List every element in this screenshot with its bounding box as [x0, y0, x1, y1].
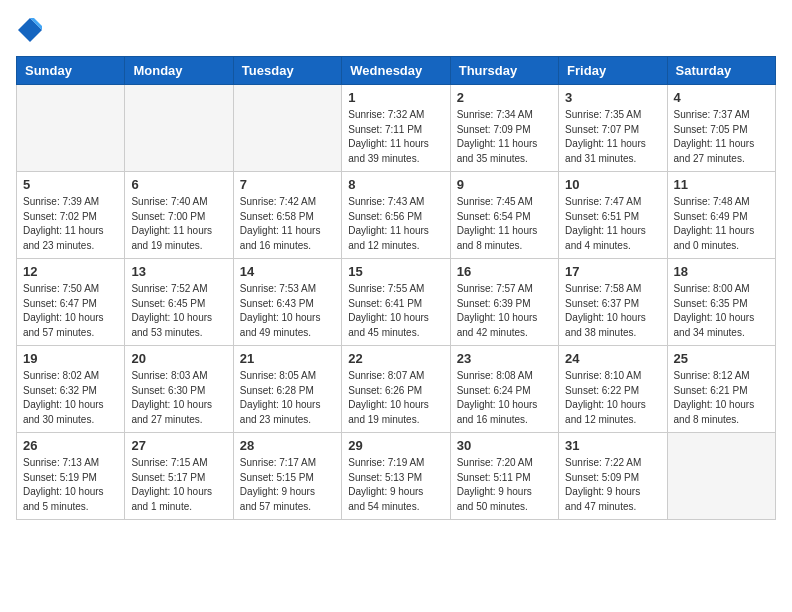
- day-number: 6: [131, 177, 226, 192]
- calendar-day-cell: 4Sunrise: 7:37 AM Sunset: 7:05 PM Daylig…: [667, 85, 775, 172]
- day-number: 28: [240, 438, 335, 453]
- weekday-header-cell: Tuesday: [233, 57, 341, 85]
- calendar-header-row: SundayMondayTuesdayWednesdayThursdayFrid…: [17, 57, 776, 85]
- day-info: Sunrise: 7:35 AM Sunset: 7:07 PM Dayligh…: [565, 108, 660, 166]
- day-info: Sunrise: 7:52 AM Sunset: 6:45 PM Dayligh…: [131, 282, 226, 340]
- day-number: 9: [457, 177, 552, 192]
- day-number: 11: [674, 177, 769, 192]
- day-info: Sunrise: 8:02 AM Sunset: 6:32 PM Dayligh…: [23, 369, 118, 427]
- day-info: Sunrise: 7:57 AM Sunset: 6:39 PM Dayligh…: [457, 282, 552, 340]
- day-number: 2: [457, 90, 552, 105]
- day-number: 30: [457, 438, 552, 453]
- weekday-header-cell: Sunday: [17, 57, 125, 85]
- calendar-week-row: 19Sunrise: 8:02 AM Sunset: 6:32 PM Dayli…: [17, 346, 776, 433]
- day-number: 16: [457, 264, 552, 279]
- day-info: Sunrise: 7:40 AM Sunset: 7:00 PM Dayligh…: [131, 195, 226, 253]
- day-info: Sunrise: 8:07 AM Sunset: 6:26 PM Dayligh…: [348, 369, 443, 427]
- day-info: Sunrise: 7:42 AM Sunset: 6:58 PM Dayligh…: [240, 195, 335, 253]
- calendar-body: 1Sunrise: 7:32 AM Sunset: 7:11 PM Daylig…: [17, 85, 776, 520]
- day-number: 26: [23, 438, 118, 453]
- day-info: Sunrise: 7:17 AM Sunset: 5:15 PM Dayligh…: [240, 456, 335, 514]
- calendar-day-cell: [667, 433, 775, 520]
- day-info: Sunrise: 7:48 AM Sunset: 6:49 PM Dayligh…: [674, 195, 769, 253]
- weekday-header-cell: Friday: [559, 57, 667, 85]
- day-info: Sunrise: 8:10 AM Sunset: 6:22 PM Dayligh…: [565, 369, 660, 427]
- day-number: 13: [131, 264, 226, 279]
- calendar-day-cell: 16Sunrise: 7:57 AM Sunset: 6:39 PM Dayli…: [450, 259, 558, 346]
- calendar-week-row: 12Sunrise: 7:50 AM Sunset: 6:47 PM Dayli…: [17, 259, 776, 346]
- calendar-day-cell: 21Sunrise: 8:05 AM Sunset: 6:28 PM Dayli…: [233, 346, 341, 433]
- day-info: Sunrise: 8:03 AM Sunset: 6:30 PM Dayligh…: [131, 369, 226, 427]
- calendar-day-cell: 5Sunrise: 7:39 AM Sunset: 7:02 PM Daylig…: [17, 172, 125, 259]
- day-info: Sunrise: 7:20 AM Sunset: 5:11 PM Dayligh…: [457, 456, 552, 514]
- page-header: [16, 16, 776, 44]
- calendar-day-cell: 18Sunrise: 8:00 AM Sunset: 6:35 PM Dayli…: [667, 259, 775, 346]
- day-number: 20: [131, 351, 226, 366]
- day-info: Sunrise: 7:55 AM Sunset: 6:41 PM Dayligh…: [348, 282, 443, 340]
- calendar-day-cell: 19Sunrise: 8:02 AM Sunset: 6:32 PM Dayli…: [17, 346, 125, 433]
- calendar-day-cell: 14Sunrise: 7:53 AM Sunset: 6:43 PM Dayli…: [233, 259, 341, 346]
- day-info: Sunrise: 8:05 AM Sunset: 6:28 PM Dayligh…: [240, 369, 335, 427]
- calendar-day-cell: 6Sunrise: 7:40 AM Sunset: 7:00 PM Daylig…: [125, 172, 233, 259]
- calendar-day-cell: 20Sunrise: 8:03 AM Sunset: 6:30 PM Dayli…: [125, 346, 233, 433]
- calendar-day-cell: 17Sunrise: 7:58 AM Sunset: 6:37 PM Dayli…: [559, 259, 667, 346]
- calendar-table: SundayMondayTuesdayWednesdayThursdayFrid…: [16, 56, 776, 520]
- day-number: 27: [131, 438, 226, 453]
- calendar-day-cell: 22Sunrise: 8:07 AM Sunset: 6:26 PM Dayli…: [342, 346, 450, 433]
- logo-icon: [16, 16, 44, 44]
- calendar-day-cell: 30Sunrise: 7:20 AM Sunset: 5:11 PM Dayli…: [450, 433, 558, 520]
- day-info: Sunrise: 7:22 AM Sunset: 5:09 PM Dayligh…: [565, 456, 660, 514]
- day-info: Sunrise: 8:00 AM Sunset: 6:35 PM Dayligh…: [674, 282, 769, 340]
- day-number: 29: [348, 438, 443, 453]
- day-number: 24: [565, 351, 660, 366]
- calendar-week-row: 5Sunrise: 7:39 AM Sunset: 7:02 PM Daylig…: [17, 172, 776, 259]
- calendar-day-cell: 3Sunrise: 7:35 AM Sunset: 7:07 PM Daylig…: [559, 85, 667, 172]
- svg-marker-0: [18, 18, 42, 42]
- day-info: Sunrise: 7:47 AM Sunset: 6:51 PM Dayligh…: [565, 195, 660, 253]
- calendar-day-cell: 10Sunrise: 7:47 AM Sunset: 6:51 PM Dayli…: [559, 172, 667, 259]
- calendar-day-cell: 28Sunrise: 7:17 AM Sunset: 5:15 PM Dayli…: [233, 433, 341, 520]
- day-number: 22: [348, 351, 443, 366]
- calendar-day-cell: 27Sunrise: 7:15 AM Sunset: 5:17 PM Dayli…: [125, 433, 233, 520]
- calendar-day-cell: 23Sunrise: 8:08 AM Sunset: 6:24 PM Dayli…: [450, 346, 558, 433]
- calendar-day-cell: 24Sunrise: 8:10 AM Sunset: 6:22 PM Dayli…: [559, 346, 667, 433]
- day-info: Sunrise: 7:45 AM Sunset: 6:54 PM Dayligh…: [457, 195, 552, 253]
- calendar-day-cell: 12Sunrise: 7:50 AM Sunset: 6:47 PM Dayli…: [17, 259, 125, 346]
- day-number: 5: [23, 177, 118, 192]
- calendar-day-cell: 26Sunrise: 7:13 AM Sunset: 5:19 PM Dayli…: [17, 433, 125, 520]
- calendar-day-cell: 8Sunrise: 7:43 AM Sunset: 6:56 PM Daylig…: [342, 172, 450, 259]
- day-number: 18: [674, 264, 769, 279]
- day-number: 31: [565, 438, 660, 453]
- weekday-header-cell: Monday: [125, 57, 233, 85]
- day-info: Sunrise: 7:39 AM Sunset: 7:02 PM Dayligh…: [23, 195, 118, 253]
- day-number: 23: [457, 351, 552, 366]
- day-info: Sunrise: 7:50 AM Sunset: 6:47 PM Dayligh…: [23, 282, 118, 340]
- day-info: Sunrise: 7:19 AM Sunset: 5:13 PM Dayligh…: [348, 456, 443, 514]
- weekday-header-cell: Wednesday: [342, 57, 450, 85]
- day-number: 14: [240, 264, 335, 279]
- day-info: Sunrise: 7:32 AM Sunset: 7:11 PM Dayligh…: [348, 108, 443, 166]
- calendar-day-cell: 9Sunrise: 7:45 AM Sunset: 6:54 PM Daylig…: [450, 172, 558, 259]
- calendar-day-cell: 11Sunrise: 7:48 AM Sunset: 6:49 PM Dayli…: [667, 172, 775, 259]
- day-info: Sunrise: 7:58 AM Sunset: 6:37 PM Dayligh…: [565, 282, 660, 340]
- calendar-week-row: 1Sunrise: 7:32 AM Sunset: 7:11 PM Daylig…: [17, 85, 776, 172]
- weekday-header-cell: Saturday: [667, 57, 775, 85]
- calendar-day-cell: 25Sunrise: 8:12 AM Sunset: 6:21 PM Dayli…: [667, 346, 775, 433]
- weekday-header-cell: Thursday: [450, 57, 558, 85]
- calendar-day-cell: [233, 85, 341, 172]
- day-number: 15: [348, 264, 443, 279]
- calendar-day-cell: 31Sunrise: 7:22 AM Sunset: 5:09 PM Dayli…: [559, 433, 667, 520]
- day-info: Sunrise: 7:43 AM Sunset: 6:56 PM Dayligh…: [348, 195, 443, 253]
- day-number: 12: [23, 264, 118, 279]
- day-number: 1: [348, 90, 443, 105]
- day-number: 7: [240, 177, 335, 192]
- logo: [16, 16, 48, 44]
- day-info: Sunrise: 7:34 AM Sunset: 7:09 PM Dayligh…: [457, 108, 552, 166]
- day-number: 17: [565, 264, 660, 279]
- calendar-day-cell: 15Sunrise: 7:55 AM Sunset: 6:41 PM Dayli…: [342, 259, 450, 346]
- day-number: 10: [565, 177, 660, 192]
- calendar-day-cell: 7Sunrise: 7:42 AM Sunset: 6:58 PM Daylig…: [233, 172, 341, 259]
- day-number: 8: [348, 177, 443, 192]
- day-number: 19: [23, 351, 118, 366]
- day-number: 21: [240, 351, 335, 366]
